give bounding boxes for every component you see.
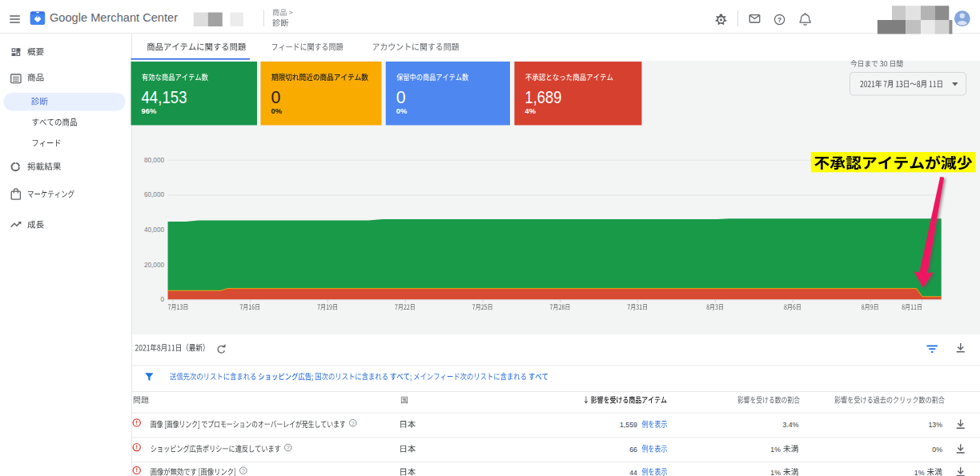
svg-text:13%: 13%: [928, 421, 942, 429]
svg-text:0: 0: [271, 88, 281, 107]
svg-text:1%: 1%: [770, 446, 781, 454]
svg-text:?: ?: [351, 420, 355, 427]
svg-text:44: 44: [629, 469, 637, 476]
svg-text:0: 0: [160, 296, 164, 303]
svg-text:96%: 96%: [142, 106, 157, 115]
svg-text:80,000: 80,000: [144, 157, 164, 164]
svg-text:66: 66: [629, 446, 637, 454]
svg-text:40,000: 40,000: [144, 226, 164, 234]
svg-text:44,153: 44,153: [142, 88, 187, 107]
svg-text:0%: 0%: [932, 446, 942, 454]
svg-text:1,559: 1,559: [620, 421, 637, 429]
svg-text:?: ?: [777, 16, 781, 24]
svg-text:1%: 1%: [914, 469, 925, 476]
svg-text:1,689: 1,689: [525, 88, 562, 107]
svg-text:0: 0: [396, 88, 406, 107]
svg-text:4%: 4%: [525, 106, 536, 115]
svg-text:?: ?: [287, 444, 290, 451]
svg-text:Google Merchant Center: Google Merchant Center: [50, 11, 178, 24]
svg-text:20,000: 20,000: [144, 262, 164, 269]
svg-text:1%: 1%: [770, 469, 781, 476]
svg-text:0%: 0%: [396, 106, 408, 115]
svg-text:3.4%: 3.4%: [782, 421, 798, 429]
svg-text:?: ?: [242, 467, 245, 474]
svg-text:0%: 0%: [271, 106, 283, 115]
svg-text:60,000: 60,000: [144, 191, 164, 198]
